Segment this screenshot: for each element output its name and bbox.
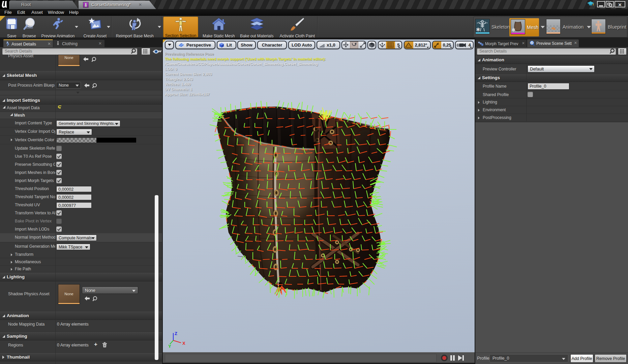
svg-text:X: X: [182, 341, 185, 346]
svg-text:2,812°: 2,812°: [415, 43, 427, 48]
svg-text:Y: Y: [168, 344, 171, 349]
svg-text:Z: Z: [175, 331, 177, 336]
